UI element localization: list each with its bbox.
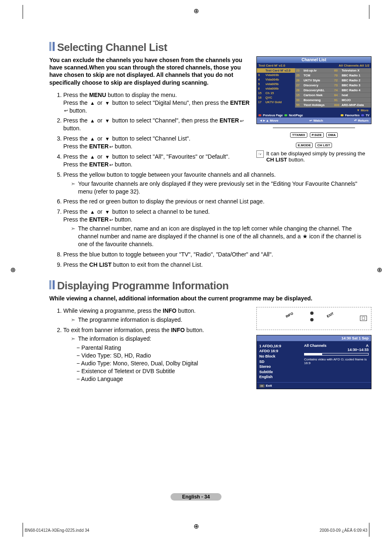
step-note: The programme information is displayed. [71,316,251,324]
info-subitem: Video Type: SD, HD, Radio [76,352,251,360]
info-left-row: AFDO 16:9 [259,348,301,354]
channel-row: 5 vida005b [257,82,295,86]
step-item: Press the ▲ or ▼ button to select "Chann… [63,135,251,150]
enter-icon: ↩ [109,162,113,168]
info-left-row: English [259,374,301,380]
crop-mark [369,523,369,537]
osd-left-col: 1 AFDO,16:9AFDO 16:9No BlockSDStereoSubt… [259,344,301,380]
remote-btn-chlist: CH LIST [315,143,332,148]
section-title: Displaying Programme Information [57,279,228,292]
section-title: Selecting Channel List [57,41,167,54]
step-item: Press the CH LIST button to exit from th… [63,261,371,269]
osd-col: 1 Test Card M' v2.03 Vida003b4 Vida004b5… [257,68,295,108]
step-note: The channel number, name and an icon are… [71,225,371,248]
heading-bars-icon [49,280,55,289]
step-item: Press the red or green button to display… [63,198,371,205]
channel-row: 3 Vida003b [257,73,295,77]
channel-row: 55 Ttext Holidays [295,103,333,108]
red-dot-icon [258,114,261,116]
info-left-row: 1 AFDO,16:9 [259,344,301,349]
enter-icon: ↩ [109,217,113,223]
print-file: BN68-01412A-X0Eng-0225.indd 34 [25,528,89,533]
osd-description: Contains video with AFD O; coded frame i… [304,358,369,365]
step-note: Your favourite channels are only display… [71,180,371,196]
channel-row: 33 Boomerang [295,98,333,103]
step-item: To exit from banner information, press t… [63,326,251,383]
channel-row: 15 Ch 15 [257,91,295,95]
heading-bars-icon [49,42,55,51]
channel-row: 23 bid-up.tv [295,68,333,73]
steps-list-cont: Press the yellow button to toggle betwee… [49,171,371,269]
enter-icon: ↩ [240,118,244,124]
programme-info-osd: 14:30 Sat 1 Sep 1 AFDO,16:9AFDO 16:9No B… [256,335,371,389]
osd-title: Channel List [257,57,371,63]
section-intro: You can exclude the channels you have ch… [49,56,251,86]
remote-btn-ttxmix: TTX/MIX [290,132,307,138]
osd-subtitle-left: Test Card M' v2.0 [258,64,285,67]
step-item: While viewing a programme, press the INF… [63,307,251,324]
channel-row: 73 BBC Radio 3 [333,83,371,88]
channel-row: 16 QVC [257,95,295,100]
channel-row: 84 heat [333,93,371,98]
osd-exit: ▭Exit [257,382,371,389]
channel-row: 60 Television X [333,68,371,73]
channel-list-osd: Channel List Test Card M' v2.0 All Chann… [256,56,371,124]
osd-more: ▼ More [257,108,371,113]
green-dot-icon [284,114,287,116]
section-programme-info: Displaying Programme Information While v… [49,279,371,389]
channel-row: 17 UKTV Gold [257,100,295,104]
info-subitem: Existence of Teletext or DVB Subtitle [76,367,251,375]
remote-info-label: INFO [285,312,294,318]
step-item: Press the ▲ or ▼ button to select "Chann… [63,117,251,132]
info-left-row: Stereo [259,364,301,369]
step-note: The information is displayed: [71,335,251,343]
channel-row: 70 BBC Radio 1 [333,73,371,78]
channel-row: 28 DiscoveryH&L [295,88,333,93]
channel-row: 26 UKTV Style [295,78,333,83]
print-date: 2008-03-09 ¿ÀÈÄ 6:09:43 [320,528,367,533]
hint: ☞ It can be displayed simply by pressing… [256,150,371,163]
step-item: Press the yellow button to toggle betwee… [63,171,371,196]
hand-icon: ☞ [256,150,264,158]
nav-dot-icon [310,318,314,321]
osd-footer-nav: ◄►▲ Move ↩ Watch ↶ Return [257,118,371,124]
crop-mark [369,5,369,19]
registration-mark-right: ⊕ [376,266,383,274]
remote-buttons: TTX/MIX P.SIZE DMA E.MODE CH LIST [273,127,355,148]
info-left-row: No Block [259,354,301,359]
registration-mark-top: ⊕ [192,7,200,15]
section-intro: While viewing a channel, additional info… [49,295,371,302]
step-item: Press the blue button to toggle between … [63,251,371,258]
print-footer: BN68-01412A-X0Eng-0225.indd 34 2008-03-0… [25,528,367,533]
remote-btn-psize: P.SIZE [310,132,324,138]
page-footer: English - 34 [0,493,392,501]
page-number: English - 34 [171,493,221,501]
section-selecting-channel-list: Selecting Channel List You can exclude t… [49,41,371,269]
channel-row: 91 MOJO [333,98,371,103]
osd-subtitle-right: All Channels-All 1/2 [339,64,369,67]
channel-row: 72 BBC Radio 2 [333,78,371,83]
enter-icon: ↩ [109,144,113,150]
crop-mark [23,523,23,537]
progress-bar [304,353,369,355]
info-sublist: Parental RatingVideo Type: SD, HD, Radio… [76,344,251,383]
remote-btn-emode: E.MODE [296,143,313,148]
remote-btn-dma: DMA [326,132,338,138]
info-subitem: Audio Language [76,375,251,383]
steps-list: While viewing a programme, press the INF… [49,307,251,383]
cc-icon: ☐ [360,316,367,321]
osd-time: 14:30 Sat 1 Sep [257,335,371,341]
info-subitem: Audio Type: Mono, Stereo, Dual, Dolby Di… [76,360,251,367]
info-left-row: SD [259,359,301,365]
channel-row: 4 Vida004b [257,77,295,82]
info-subitem: Parental Rating [76,344,251,352]
step-item: Press the ▲ or ▼ button to select "All",… [63,153,251,168]
yellow-dot-icon [341,114,344,116]
step-item: Press the ▲ or ▼ button to select a chan… [63,208,371,248]
channel-row: 15 Cartoon Nwk [295,93,333,98]
osd-col: 60 Television X70 BBC Radio 172 BBC Radi… [333,68,371,108]
crop-mark [23,5,23,19]
osd-right-col: All Channels A 14:30~14:33 Contains vide… [304,344,369,380]
registration-mark-left: ⊕ [9,266,16,274]
info-left-row: Subtitle [259,369,301,375]
